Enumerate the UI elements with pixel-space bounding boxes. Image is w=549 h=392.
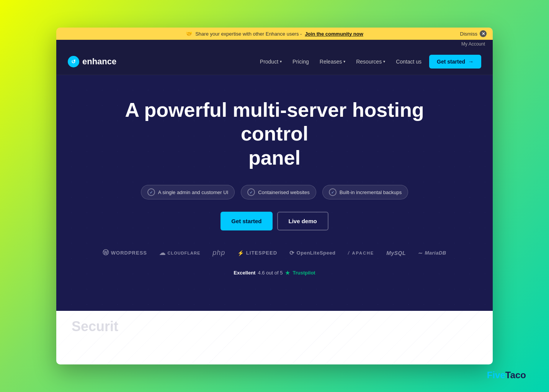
nav-releases[interactable]: Releases ▾ [320, 59, 345, 65]
tech-mariadb: ∼ MariaDB [418, 250, 446, 256]
tech-mysql: MySQL [386, 250, 406, 256]
nav-links: Product ▾ Pricing Releases ▾ Resources ▾… [260, 59, 422, 65]
announcement-emoji: 🤝 [186, 31, 192, 37]
chevron-down-icon: ▾ [383, 59, 385, 64]
tech-wordpress: Ⓦ WordPress [103, 249, 147, 257]
tech-php: php [212, 249, 225, 257]
nav-product[interactable]: Product ▾ [260, 59, 282, 65]
tech-openlitespeed: ⟳ OpenLiteSpeed [289, 250, 335, 256]
announcement-bar: 🤝 Share your expertise with other Enhanc… [56, 28, 493, 40]
nav-contact[interactable]: Contact us [396, 59, 422, 65]
announcement-text: Share your expertise with other Enhance … [195, 31, 302, 37]
navbar: ↺ enhance Product ▾ Pricing Releases ▾ R… [56, 48, 493, 75]
feature-badge-1: ✓ A single admin and customer UI [141, 185, 235, 199]
feature-badge-2: ✓ Containerised websites [241, 185, 316, 199]
hero-section: A powerful multi-server hosting control … [56, 75, 493, 311]
nav-pricing[interactable]: Pricing [292, 59, 309, 65]
check-icon: ✓ [329, 188, 337, 196]
logo-icon: ↺ [68, 56, 79, 67]
check-icon: ✓ [247, 188, 255, 196]
chevron-down-icon: ▾ [343, 59, 345, 64]
hero-buttons: Get started Live demo [221, 212, 328, 230]
dismiss-label: Dismiss [460, 31, 478, 37]
tech-litespeed: ⚡ LiteSpeed [237, 250, 277, 256]
get-started-button[interactable]: Get started → [429, 55, 481, 69]
tech-apache: / Apache [348, 250, 374, 256]
hero-live-demo-button[interactable]: Live demo [277, 212, 328, 230]
browser-window: 🤝 Share your expertise with other Enhanc… [56, 28, 493, 364]
nav-resources[interactable]: Resources ▾ [356, 59, 385, 65]
section-partial-title: Securit [72, 318, 118, 335]
top-bar: My Account [56, 40, 493, 48]
fivetaco-branding: FiveTaco [487, 370, 526, 381]
trustpilot-rating: Excellent 4.6 out of 5 ★ Trustpilot [234, 269, 315, 276]
tech-logos: Ⓦ WordPress ☁ Cloudflare php ⚡ LiteSpeed… [103, 249, 446, 257]
chevron-down-icon: ▾ [280, 59, 282, 64]
hero-title: A powerful multi-server hosting control … [121, 98, 428, 170]
dismiss-icon: ✕ [480, 30, 487, 37]
logo-text: enhance [82, 57, 116, 67]
community-link[interactable]: Join the community now [305, 31, 363, 37]
my-account-link[interactable]: My Account [461, 41, 485, 47]
check-icon: ✓ [147, 188, 155, 196]
feature-badge-3: ✓ Built-in incremental backups [322, 185, 408, 199]
white-section: Securit [56, 311, 493, 364]
arrow-icon: → [468, 59, 474, 65]
tech-cloudflare: ☁ Cloudflare [159, 249, 200, 256]
hero-get-started-button[interactable]: Get started [221, 212, 272, 230]
star-icon: ★ [285, 269, 290, 276]
feature-badges: ✓ A single admin and customer UI ✓ Conta… [141, 185, 408, 199]
dismiss-button[interactable]: Dismiss ✕ [460, 30, 487, 37]
logo[interactable]: ↺ enhance [68, 56, 116, 67]
